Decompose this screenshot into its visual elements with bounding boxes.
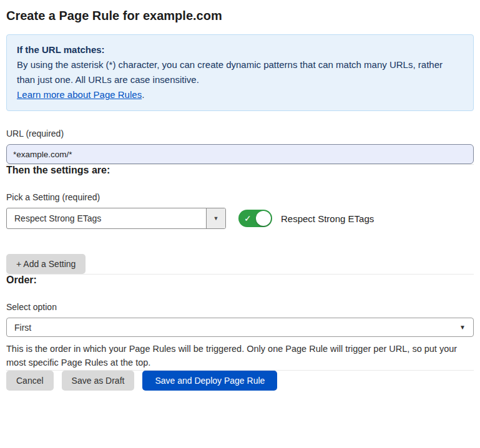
order-heading: Order: [6, 275, 474, 286]
info-box-link-row: Learn more about Page Rules. [17, 87, 463, 102]
chevron-down-icon: ▼ [459, 324, 466, 331]
url-input[interactable] [6, 144, 474, 164]
chevron-down-icon[interactable]: ▼ [206, 208, 225, 228]
info-box-body: By using the asterisk (*) character, you… [17, 57, 463, 87]
order-select-value: First [14, 323, 31, 333]
url-label: URL (required) [6, 129, 474, 139]
info-box-heading: If the URL matches: [17, 42, 463, 57]
check-icon: ✓ [244, 214, 252, 223]
setting-select-value: Respect Strong ETags [7, 208, 206, 228]
settings-heading: Then the settings are: [6, 165, 474, 176]
url-match-info-box: If the URL matches: By using the asteris… [6, 34, 474, 111]
order-select[interactable]: First ▼ [6, 318, 474, 337]
order-help-text: This is the order in which your Page Rul… [6, 343, 471, 370]
add-setting-button[interactable]: + Add a Setting [6, 254, 86, 274]
create-page-rule-form: Create a Page Rule for example.com If th… [0, 0, 480, 402]
learn-more-link[interactable]: Learn more about Page Rules [17, 89, 142, 100]
order-select-label: Select option [6, 302, 474, 312]
toggle-knob [256, 211, 271, 226]
page-title: Create a Page Rule for example.com [6, 9, 474, 23]
setting-select[interactable]: Respect Strong ETags ▼ [6, 208, 226, 229]
link-suffix: . [142, 89, 144, 100]
toggle-label: Respect Strong ETags [281, 213, 374, 224]
action-buttons: Cancel Save as Draft Save and Deploy Pag… [6, 371, 474, 391]
etags-toggle[interactable]: ✓ [238, 210, 272, 227]
setting-row: Respect Strong ETags ▼ ✓ Respect Strong … [6, 208, 474, 229]
cancel-button[interactable]: Cancel [6, 371, 54, 391]
pick-setting-label: Pick a Setting (required) [6, 192, 474, 202]
save-and-deploy-button[interactable]: Save and Deploy Page Rule [142, 371, 277, 391]
save-as-draft-button[interactable]: Save as Draft [62, 371, 135, 391]
